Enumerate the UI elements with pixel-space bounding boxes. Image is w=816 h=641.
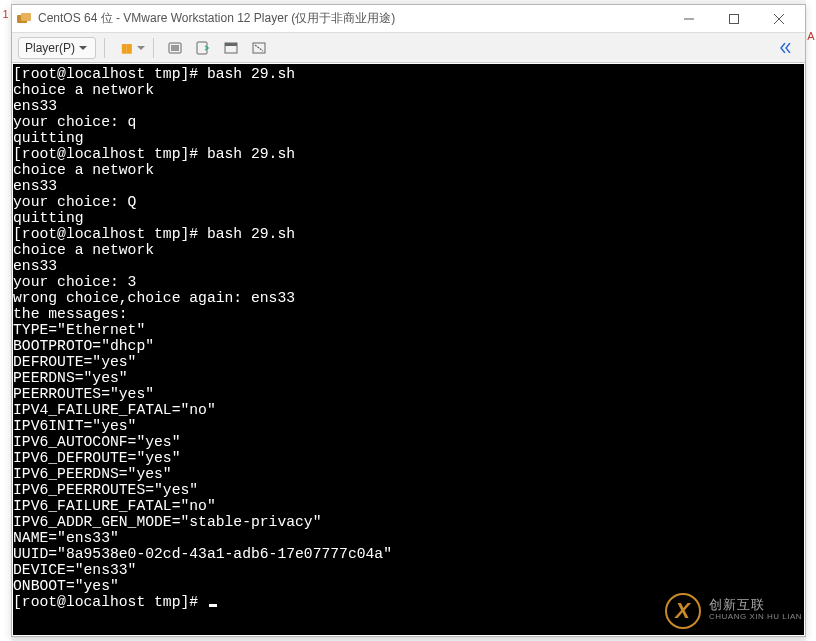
toolbar-separator — [153, 38, 154, 58]
editor-right-margin: A — [806, 0, 816, 641]
unity-button[interactable] — [246, 37, 272, 59]
svg-marker-6 — [79, 46, 87, 50]
send-cad-icon — [167, 40, 183, 56]
terminal-line: IPV6_FAILURE_FATAL="no" — [13, 498, 804, 514]
terminal-line: BOOTPROTO="dhcp" — [13, 338, 804, 354]
terminal-line: NAME="ens33" — [13, 530, 804, 546]
collapse-toolbar-button[interactable] — [773, 37, 799, 59]
terminal-line: UUID="8a9538e0-02cd-43a1-adb6-17e07777c0… — [13, 546, 804, 562]
svg-line-14 — [255, 45, 263, 51]
terminal-line: TYPE="Ethernet" — [13, 322, 804, 338]
terminal-line: quitting — [13, 210, 804, 226]
chevron-down-icon — [79, 46, 87, 50]
player-menu-button[interactable]: Player(P) — [18, 37, 96, 59]
terminal-line: choice a network — [13, 162, 804, 178]
terminal-line: IPV6_PEERROUTES="yes" — [13, 482, 804, 498]
terminal-prompt-line: [root@localhost tmp]# — [13, 594, 804, 610]
terminal-line: DEFROUTE="yes" — [13, 354, 804, 370]
fullscreen-button[interactable] — [218, 37, 244, 59]
svg-rect-12 — [225, 43, 237, 46]
svg-rect-9 — [171, 45, 179, 51]
svg-rect-13 — [253, 43, 265, 53]
terminal-line: IPV6_AUTOCONF="yes" — [13, 434, 804, 450]
terminal-line: your choice: 3 — [13, 274, 804, 290]
terminal-line: your choice: q — [13, 114, 804, 130]
chevron-double-left-icon — [780, 43, 792, 53]
terminal-line: choice a network — [13, 242, 804, 258]
svg-rect-3 — [729, 14, 738, 23]
tools-icon — [195, 40, 211, 56]
editor-left-margin: 1 — [0, 0, 11, 641]
terminal-line: DEVICE="ens33" — [13, 562, 804, 578]
terminal-line: PEERDNS="yes" — [13, 370, 804, 386]
terminal-line: choice a network — [13, 82, 804, 98]
fullscreen-icon — [223, 40, 239, 56]
vmware-player-window: CentOS 64 位 - VMware Workstation 12 Play… — [11, 4, 806, 637]
terminal-line: IPV6INIT="yes" — [13, 418, 804, 434]
terminal-line: ens33 — [13, 258, 804, 274]
window-title: CentOS 64 位 - VMware Workstation 12 Play… — [38, 10, 395, 27]
svg-marker-7 — [137, 46, 145, 50]
terminal-line: IPV6_PEERDNS="yes" — [13, 466, 804, 482]
unity-icon — [251, 40, 267, 56]
maximize-button[interactable] — [711, 5, 756, 33]
player-menu-label: Player(P) — [25, 41, 75, 55]
manage-button[interactable] — [190, 37, 216, 59]
pause-button[interactable]: ▮▮ — [113, 37, 139, 59]
chevron-down-icon[interactable] — [137, 46, 145, 50]
send-ctrl-alt-del-button[interactable] — [162, 37, 188, 59]
terminal-line: [root@localhost tmp]# bash 29.sh — [13, 146, 804, 162]
close-button[interactable] — [756, 5, 801, 33]
toolbar-separator — [104, 38, 105, 58]
terminal-line: your choice: Q — [13, 194, 804, 210]
terminal-line: IPV6_ADDR_GEN_MODE="stable-privacy" — [13, 514, 804, 530]
window-titlebar[interactable]: CentOS 64 位 - VMware Workstation 12 Play… — [12, 5, 805, 33]
terminal-line: [root@localhost tmp]# bash 29.sh — [13, 226, 804, 242]
guest-terminal[interactable]: [root@localhost tmp]# bash 29.shchoice a… — [13, 64, 804, 635]
terminal-line: [root@localhost tmp]# bash 29.sh — [13, 66, 804, 82]
terminal-line: PEERROUTES="yes" — [13, 386, 804, 402]
terminal-line: quitting — [13, 130, 804, 146]
terminal-line: the messages: — [13, 306, 804, 322]
svg-rect-10 — [197, 42, 207, 54]
terminal-line: ens33 — [13, 178, 804, 194]
pause-icon: ▮▮ — [121, 41, 131, 55]
terminal-line: ONBOOT="yes" — [13, 578, 804, 594]
terminal-line: ens33 — [13, 98, 804, 114]
svg-rect-1 — [21, 13, 31, 21]
terminal-cursor — [209, 604, 217, 607]
minimize-button[interactable] — [666, 5, 711, 33]
terminal-line: IPV6_DEFROUTE="yes" — [13, 450, 804, 466]
app-icon — [16, 11, 32, 27]
vmware-toolbar: Player(P) ▮▮ — [12, 33, 805, 63]
terminal-line: wrong choice,choice again: ens33 — [13, 290, 804, 306]
terminal-line: IPV4_FAILURE_FATAL="no" — [13, 402, 804, 418]
